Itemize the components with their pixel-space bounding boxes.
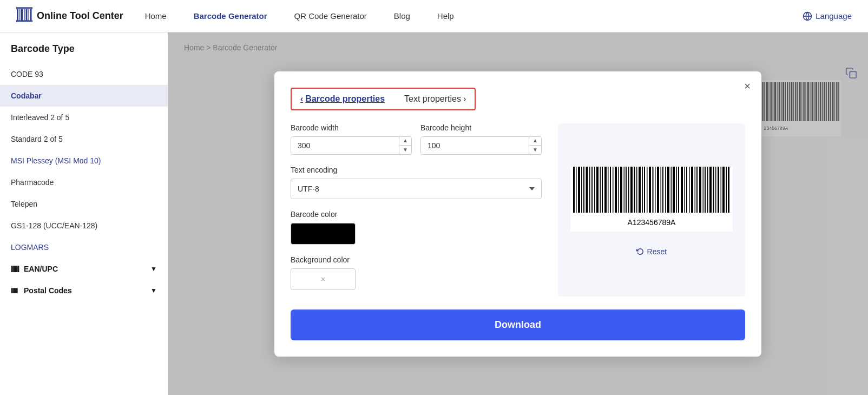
svg-rect-87 [573,167,575,213]
nav-qr-code-generator[interactable]: QR Code Generator [294,11,367,21]
sidebar-item-standard2of5[interactable]: Standard 2 of 5 [0,128,168,150]
logo: Online Tool Center [16,6,123,26]
nav-home[interactable]: Home [145,11,167,21]
svg-rect-101 [610,167,611,213]
svg-rect-110 [634,167,635,213]
modal-overlay: × ‹ Barcode properties Text properties › [168,32,868,395]
logo-text: Online Tool Center [37,10,123,22]
logo-icon [16,6,32,26]
tab-text-properties: Text properties › [404,94,466,104]
barcode-height-spinner: 100 ▲ ▼ [420,136,542,155]
barcode-preview: A123456789A [569,164,734,236]
sidebar: Barcode Type CODE 93 Codabar Interleaved… [0,32,168,395]
svg-rect-123 [667,167,669,213]
svg-rect-2 [21,9,23,21]
barcode-width-spinner: 300 ▲ ▼ [291,136,412,155]
reset-button[interactable]: Reset [636,247,667,256]
sidebar-item-pharmacode[interactable]: Pharmacode [0,172,168,193]
form-group-bg-color: Background color × [291,255,542,290]
tab-barcode-arrow-left: ‹ [300,94,303,104]
barcode-width-stepper: ▲ ▼ [399,137,411,154]
svg-rect-122 [665,167,666,213]
barcode-color-label: Barcode color [291,210,542,219]
barcode-height-input[interactable]: 100 [421,137,529,154]
form-row-dimensions: Barcode width 300 ▲ ▼ Ba [291,123,542,155]
sidebar-item-code93[interactable]: CODE 93 [0,63,168,85]
content-area: Home > Barcode Generator [168,32,868,395]
svg-rect-145 [726,167,727,213]
svg-rect-16 [11,288,12,293]
svg-rect-96 [596,167,599,213]
svg-rect-129 [684,167,685,213]
form-group-height: Barcode height 100 ▲ ▼ [420,123,542,155]
svg-rect-118 [655,167,656,213]
sidebar-item-gs1128[interactable]: GS1-128 (UCC/EAN-128) [0,215,168,236]
language-button[interactable]: Language [803,11,852,21]
svg-rect-115 [647,167,648,213]
svg-rect-17 [13,288,14,293]
svg-rect-0 [17,9,18,21]
reset-button-label: Reset [647,247,667,256]
tab-barcode-properties[interactable]: ‹ Barcode properties [300,94,385,104]
sidebar-item-interleaved[interactable]: Interleaved 2 of 5 [0,107,168,128]
modal-close-button[interactable]: × [744,80,751,93]
barcode-height-label: Barcode height [420,123,542,132]
svg-rect-20 [17,288,17,293]
nav-barcode-generator[interactable]: Barcode Generator [194,11,267,21]
bg-color-swatch[interactable]: × [291,268,356,290]
text-encoding-select[interactable]: UTF-8 ISO-8859-1 ASCII [291,179,542,199]
nav-blog[interactable]: Blog [394,11,410,21]
nav-help[interactable]: Help [437,11,454,21]
svg-rect-3 [24,9,25,21]
sidebar-group-ean-upc[interactable]: EAN/UPC ▼ [0,258,168,280]
barcode-height-decrement[interactable]: ▼ [529,146,541,154]
svg-rect-111 [636,167,637,213]
svg-rect-124 [670,167,672,213]
svg-rect-8 [16,21,32,22]
barcode-width-increment[interactable]: ▲ [399,137,411,146]
svg-rect-100 [608,167,609,213]
svg-rect-103 [615,167,617,213]
download-button[interactable]: Download [291,310,745,340]
barcode-color-swatch[interactable] [291,223,356,245]
bg-color-clear-icon[interactable]: × [321,275,325,284]
svg-rect-5 [29,9,30,21]
svg-rect-109 [630,167,633,213]
svg-rect-136 [702,167,703,213]
svg-rect-113 [642,167,643,213]
svg-rect-91 [583,167,584,213]
svg-rect-116 [649,167,651,213]
svg-rect-19 [16,288,16,293]
svg-rect-90 [581,167,582,213]
barcode-height-increment[interactable]: ▲ [529,137,541,146]
svg-rect-94 [591,167,593,213]
svg-rect-97 [600,167,601,213]
tab-barcode-properties-label: Barcode properties [305,94,385,104]
svg-rect-120 [660,167,661,213]
barcode-svg: A123456789A [570,164,733,234]
svg-rect-6 [30,9,32,21]
svg-rect-7 [16,8,32,9]
svg-rect-117 [652,167,653,213]
barcode-width-input[interactable]: 300 [291,137,399,154]
bg-color-label: Background color [291,255,542,264]
sidebar-item-telepen[interactable]: Telepen [0,193,168,215]
svg-rect-12 [14,266,15,272]
svg-rect-1 [19,9,21,21]
svg-rect-130 [686,167,687,213]
svg-rect-11 [13,266,14,272]
sidebar-item-codabar[interactable]: Codabar [0,85,168,107]
svg-rect-14 [17,266,17,272]
svg-rect-139 [709,167,712,213]
barcode-width-decrement[interactable]: ▼ [399,146,411,154]
svg-rect-121 [662,167,663,213]
main-nav: Home Barcode Generator QR Code Generator… [145,11,803,21]
svg-rect-141 [715,167,716,213]
sidebar-item-logmars[interactable]: LOGMARS [0,236,168,258]
svg-rect-99 [604,167,607,213]
svg-rect-95 [594,167,595,213]
svg-rect-127 [678,167,679,213]
svg-rect-18 [14,288,15,293]
sidebar-group-postal[interactable]: Postal Codes ▼ [0,280,168,301]
sidebar-item-msi[interactable]: MSI Plessey (MSI Mod 10) [0,150,168,172]
